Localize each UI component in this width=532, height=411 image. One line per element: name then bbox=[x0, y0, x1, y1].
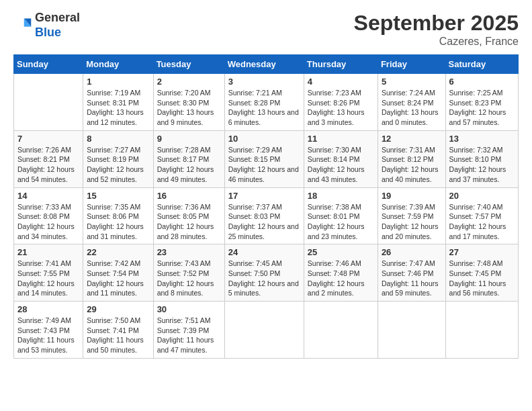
day-number: 8 bbox=[87, 134, 149, 144]
calendar-cell bbox=[224, 302, 304, 359]
day-number: 15 bbox=[87, 191, 149, 201]
day-number: 27 bbox=[449, 247, 515, 257]
day-info: Sunrise: 7:32 AMSunset: 8:10 PMDaylight:… bbox=[449, 146, 506, 183]
day-info: Sunrise: 7:23 AMSunset: 8:26 PMDaylight:… bbox=[308, 89, 365, 126]
calendar-cell: 9 Sunrise: 7:28 AMSunset: 8:17 PMDayligh… bbox=[153, 130, 224, 187]
day-number: 10 bbox=[228, 134, 300, 144]
logo-icon bbox=[13, 16, 32, 35]
day-number: 13 bbox=[449, 134, 515, 144]
column-header-tuesday: Tuesday bbox=[153, 55, 224, 74]
page-title: September 2025 bbox=[354, 11, 519, 36]
day-number: 16 bbox=[157, 191, 221, 201]
day-info: Sunrise: 7:25 AMSunset: 8:23 PMDaylight:… bbox=[449, 89, 506, 126]
calendar-cell: 1 Sunrise: 7:19 AMSunset: 8:31 PMDayligh… bbox=[83, 74, 153, 131]
day-number: 19 bbox=[382, 191, 442, 201]
column-header-sunday: Sunday bbox=[14, 55, 83, 74]
calendar-cell: 25 Sunrise: 7:46 AMSunset: 7:48 PMDaylig… bbox=[304, 244, 378, 302]
day-number: 2 bbox=[157, 77, 221, 87]
logo: General Blue bbox=[13, 11, 80, 40]
day-info: Sunrise: 7:30 AMSunset: 8:14 PMDaylight:… bbox=[308, 146, 365, 183]
calendar-week-4: 21 Sunrise: 7:41 AMSunset: 7:55 PMDaylig… bbox=[14, 244, 519, 302]
day-number: 25 bbox=[308, 247, 374, 257]
day-info: Sunrise: 7:42 AMSunset: 7:54 PMDaylight:… bbox=[87, 259, 144, 297]
day-info: Sunrise: 7:21 AMSunset: 8:28 PMDaylight:… bbox=[228, 89, 299, 126]
day-info: Sunrise: 7:48 AMSunset: 7:45 PMDaylight:… bbox=[449, 259, 506, 297]
calendar-cell: 16 Sunrise: 7:36 AMSunset: 8:05 PMDaylig… bbox=[153, 187, 224, 244]
day-info: Sunrise: 7:50 AMSunset: 7:41 PMDaylight:… bbox=[87, 316, 144, 354]
day-info: Sunrise: 7:35 AMSunset: 8:06 PMDaylight:… bbox=[87, 203, 144, 240]
calendar-cell bbox=[378, 302, 445, 359]
day-info: Sunrise: 7:31 AMSunset: 8:12 PMDaylight:… bbox=[382, 146, 439, 183]
calendar-cell bbox=[14, 74, 83, 131]
day-number: 28 bbox=[17, 304, 79, 314]
day-number: 26 bbox=[382, 247, 442, 257]
day-number: 4 bbox=[308, 77, 374, 87]
column-header-thursday: Thursday bbox=[304, 55, 378, 74]
calendar-week-1: 1 Sunrise: 7:19 AMSunset: 8:31 PMDayligh… bbox=[14, 74, 519, 131]
title-block: September 2025 Cazeres, France bbox=[354, 11, 519, 48]
calendar-cell: 4 Sunrise: 7:23 AMSunset: 8:26 PMDayligh… bbox=[304, 74, 378, 131]
calendar-cell: 11 Sunrise: 7:30 AMSunset: 8:14 PMDaylig… bbox=[304, 130, 378, 187]
calendar-cell: 15 Sunrise: 7:35 AMSunset: 8:06 PMDaylig… bbox=[83, 187, 153, 244]
day-info: Sunrise: 7:46 AMSunset: 7:48 PMDaylight:… bbox=[308, 259, 365, 297]
day-info: Sunrise: 7:45 AMSunset: 7:50 PMDaylight:… bbox=[228, 259, 299, 297]
day-number: 21 bbox=[17, 247, 79, 257]
day-number: 5 bbox=[382, 77, 442, 87]
calendar-cell: 5 Sunrise: 7:24 AMSunset: 8:24 PMDayligh… bbox=[378, 74, 445, 131]
day-number: 29 bbox=[87, 304, 149, 314]
calendar-cell: 3 Sunrise: 7:21 AMSunset: 8:28 PMDayligh… bbox=[224, 74, 304, 131]
calendar-cell: 30 Sunrise: 7:51 AMSunset: 7:39 PMDaylig… bbox=[153, 302, 224, 359]
day-number: 20 bbox=[449, 191, 515, 201]
day-number: 9 bbox=[157, 134, 221, 144]
calendar-cell: 7 Sunrise: 7:26 AMSunset: 8:21 PMDayligh… bbox=[14, 130, 83, 187]
day-info: Sunrise: 7:27 AMSunset: 8:19 PMDaylight:… bbox=[87, 146, 144, 183]
calendar-cell: 6 Sunrise: 7:25 AMSunset: 8:23 PMDayligh… bbox=[445, 74, 518, 131]
day-number: 24 bbox=[228, 247, 300, 257]
calendar-cell: 12 Sunrise: 7:31 AMSunset: 8:12 PMDaylig… bbox=[378, 130, 445, 187]
calendar-header-row: SundayMondayTuesdayWednesdayThursdayFrid… bbox=[14, 55, 519, 74]
day-info: Sunrise: 7:19 AMSunset: 8:31 PMDaylight:… bbox=[87, 89, 144, 126]
calendar-cell: 13 Sunrise: 7:32 AMSunset: 8:10 PMDaylig… bbox=[445, 130, 518, 187]
day-number: 14 bbox=[17, 191, 79, 201]
calendar-cell: 10 Sunrise: 7:29 AMSunset: 8:15 PMDaylig… bbox=[224, 130, 304, 187]
calendar-cell: 17 Sunrise: 7:37 AMSunset: 8:03 PMDaylig… bbox=[224, 187, 304, 244]
day-info: Sunrise: 7:28 AMSunset: 8:17 PMDaylight:… bbox=[157, 146, 214, 183]
calendar-table: SundayMondayTuesdayWednesdayThursdayFrid… bbox=[13, 54, 519, 359]
day-info: Sunrise: 7:49 AMSunset: 7:43 PMDaylight:… bbox=[17, 316, 75, 354]
day-number: 17 bbox=[228, 191, 300, 201]
calendar-week-3: 14 Sunrise: 7:33 AMSunset: 8:08 PMDaylig… bbox=[14, 187, 519, 244]
day-info: Sunrise: 7:29 AMSunset: 8:15 PMDaylight:… bbox=[228, 146, 299, 183]
calendar-cell: 21 Sunrise: 7:41 AMSunset: 7:55 PMDaylig… bbox=[14, 244, 83, 302]
calendar-cell: 26 Sunrise: 7:47 AMSunset: 7:46 PMDaylig… bbox=[378, 244, 445, 302]
calendar-week-2: 7 Sunrise: 7:26 AMSunset: 8:21 PMDayligh… bbox=[14, 130, 519, 187]
column-header-saturday: Saturday bbox=[445, 55, 518, 74]
day-info: Sunrise: 7:36 AMSunset: 8:05 PMDaylight:… bbox=[157, 203, 214, 240]
column-header-wednesday: Wednesday bbox=[224, 55, 304, 74]
page-subtitle: Cazeres, France bbox=[354, 36, 519, 48]
calendar-cell: 8 Sunrise: 7:27 AMSunset: 8:19 PMDayligh… bbox=[83, 130, 153, 187]
calendar-cell: 22 Sunrise: 7:42 AMSunset: 7:54 PMDaylig… bbox=[83, 244, 153, 302]
day-number: 18 bbox=[308, 191, 374, 201]
day-info: Sunrise: 7:33 AMSunset: 8:08 PMDaylight:… bbox=[17, 203, 75, 240]
calendar-cell: 27 Sunrise: 7:48 AMSunset: 7:45 PMDaylig… bbox=[445, 244, 518, 302]
calendar-week-5: 28 Sunrise: 7:49 AMSunset: 7:43 PMDaylig… bbox=[14, 302, 519, 359]
column-header-friday: Friday bbox=[378, 55, 445, 74]
calendar-cell bbox=[304, 302, 378, 359]
day-info: Sunrise: 7:40 AMSunset: 7:57 PMDaylight:… bbox=[449, 203, 506, 240]
day-number: 1 bbox=[87, 77, 149, 87]
calendar-cell: 19 Sunrise: 7:39 AMSunset: 7:59 PMDaylig… bbox=[378, 187, 445, 244]
day-info: Sunrise: 7:39 AMSunset: 7:59 PMDaylight:… bbox=[382, 203, 439, 240]
day-number: 7 bbox=[17, 134, 79, 144]
calendar-cell: 24 Sunrise: 7:45 AMSunset: 7:50 PMDaylig… bbox=[224, 244, 304, 302]
day-number: 11 bbox=[308, 134, 374, 144]
calendar-cell: 2 Sunrise: 7:20 AMSunset: 8:30 PMDayligh… bbox=[153, 74, 224, 131]
day-info: Sunrise: 7:43 AMSunset: 7:52 PMDaylight:… bbox=[157, 259, 214, 297]
day-info: Sunrise: 7:41 AMSunset: 7:55 PMDaylight:… bbox=[17, 259, 75, 297]
day-info: Sunrise: 7:51 AMSunset: 7:39 PMDaylight:… bbox=[157, 316, 214, 354]
day-info: Sunrise: 7:24 AMSunset: 8:24 PMDaylight:… bbox=[382, 89, 439, 126]
day-info: Sunrise: 7:37 AMSunset: 8:03 PMDaylight:… bbox=[228, 203, 299, 240]
day-number: 30 bbox=[157, 304, 221, 314]
calendar-cell: 20 Sunrise: 7:40 AMSunset: 7:57 PMDaylig… bbox=[445, 187, 518, 244]
page-header: General Blue September 2025 Cazeres, Fra… bbox=[13, 11, 519, 48]
calendar-cell: 28 Sunrise: 7:49 AMSunset: 7:43 PMDaylig… bbox=[14, 302, 83, 359]
